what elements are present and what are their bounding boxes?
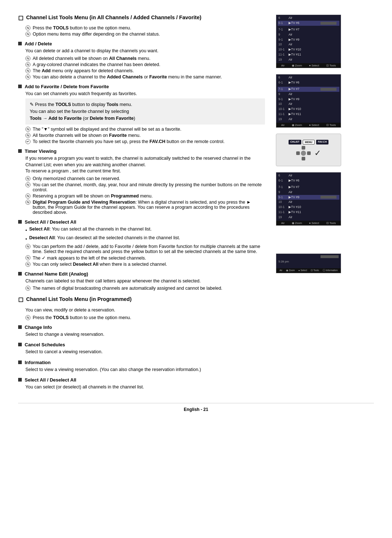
footer-zoom2: ◉ Zoom [292, 123, 302, 127]
right-column: 6Air 6-1▶TV #6 7-1▶TV #7 9Air 9-1▶TV #9 … [272, 15, 345, 392]
ch-row: 11-1▶TV #11 [278, 52, 339, 57]
ch-row: 6Air [278, 16, 339, 21]
channel-name-note1-text: The names of digital broadcasting channe… [33, 286, 222, 291]
ch-row: 9Air [278, 92, 339, 97]
section1-note1-text: Press the TOOLS button to use the option… [33, 25, 131, 30]
checkbox-icon: ☐ [18, 15, 23, 22]
square-bullet-1 [18, 42, 22, 45]
remote-dpad [296, 146, 311, 160]
cancel-schedules-heading: Cancel Schedules [18, 342, 265, 347]
add-fav-highlight: ✎ Press the TOOLS button to display Tool… [25, 98, 265, 125]
ch-row: 10Air [278, 42, 339, 47]
select-note2: N The ✓ mark appears to the left of the … [25, 255, 265, 261]
checkmark-icon: ✓ [314, 148, 321, 158]
cancel-schedules-title: Cancel Schedules [25, 342, 65, 347]
ch-footer-1: Air ◉ Zoom ● Select ⊡ Tools [276, 63, 341, 68]
ch-row: 6-1▶TV #6 [278, 21, 339, 26]
square-bullet-7 [18, 343, 22, 346]
channel-name-title: Channel Name Edit (Analog) [25, 271, 88, 277]
information-title: Information [25, 360, 51, 365]
ch-row: 10-1▶TV #10 [278, 107, 339, 112]
ch-row: 10Air [278, 200, 339, 205]
section1-note2: N Option menu items may differ depending… [25, 32, 265, 37]
note-icon-6: N [25, 74, 30, 80]
pfooter-zoom: ◉ Zoom [286, 269, 295, 272]
footer-air: Air [281, 64, 285, 67]
add-delete-note4: N You can also delete a channel to the A… [25, 74, 265, 80]
highlight-text1: Press the TOOLS button to display Tools … [30, 102, 135, 121]
section2-heading: ☐ Channel List Tools Menu (in Programmed… [18, 296, 265, 303]
square-bullet-6 [18, 325, 22, 329]
ch-footer-2: Air ◉ Zoom ● Select ⊡ Tools [276, 123, 341, 127]
channel-name-body: Channels can labeled so that their call … [25, 278, 265, 285]
menu-button: MENU [303, 140, 315, 144]
prog-footer: Air ◉ Zoom ● Select ⊡ Tools ⓘ Informatio… [276, 268, 341, 273]
ch-row: 7-1▶TV #7 [278, 87, 339, 92]
square-bullet-4 [18, 220, 22, 224]
timer-note2: N You can set the channel, month, day, y… [25, 182, 265, 192]
footer-tools3: ⊡ Tools [326, 221, 336, 225]
select-note1: N You can perform the add / delete, add … [25, 244, 265, 254]
note-icon-12: N [25, 193, 30, 199]
dpad-right [307, 151, 311, 155]
section2-title: Channel List Tools Menu (in Programmed) [26, 296, 132, 302]
remote-control: CHLIST MENU FAV.CH ✓ [276, 134, 341, 166]
note-icon-2: N [25, 32, 30, 37]
cancel-schedules-body: Select to cancel a viewing reservation. [25, 349, 265, 355]
note-icon-10: N [25, 176, 30, 181]
change-info-body: Select to change a viewing reservation. [25, 331, 265, 338]
add-fav-body: You can set channels you watch frequentl… [25, 91, 265, 97]
timer-note3-text: Reserving a program will be shown on Pro… [33, 193, 153, 199]
dpad-down [302, 157, 305, 160]
note-icon-18: N [25, 315, 30, 320]
section2-note1: N Press the TOOLS button to use the opti… [25, 315, 265, 320]
note-icon-15: N [25, 255, 30, 260]
pfooter-select: ● Select [298, 269, 307, 272]
add-fav-note3-text: To select the favorite channels you have… [33, 139, 225, 144]
footer-select2: ● Select [309, 123, 319, 127]
timer-viewing-heading: Timer Viewing [18, 148, 265, 154]
prog-row: 5:28 pm [278, 260, 339, 264]
select-note3-text: You can only select Deselect All when th… [33, 262, 167, 267]
footer-zoom3: ◉ Zoom [292, 221, 302, 225]
square-bullet-3 [18, 149, 22, 153]
programmed-list: 5:28 pm Air ◉ Zoom ● Select ⊡ Tools ⓘ In… [276, 253, 341, 273]
footer-select3: ● Select [309, 221, 319, 225]
add-delete-body: You can delete or add a channel to displ… [25, 48, 265, 54]
ch-row: 7-1▶TV #7 [278, 185, 339, 190]
ch-row: 9-1▶TV #9 [278, 97, 339, 102]
add-delete-note3-text: The Add menu only appears for deleted ch… [33, 68, 134, 73]
section2-note1-text: Press the TOOLS button to use the option… [33, 315, 131, 320]
section1-note1: N Press the TOOLS button to use the opti… [25, 25, 265, 30]
ch-row: 6-1▶TV #6 [278, 80, 339, 85]
chlist-button: CHLIST [289, 140, 301, 144]
add-delete-title: Add / Delete [25, 41, 52, 46]
information-heading: Information [18, 360, 265, 365]
channel-list-3: 6Air 6-1▶TV #6 7-1▶TV #7 9Air 9-1▶TV #9 … [276, 172, 341, 226]
timer-note1-text: Only memorized channels can be reserved. [33, 176, 120, 181]
dpad-center [301, 151, 306, 156]
ch-row: 9Air [278, 190, 339, 195]
select-note1-text: You can perform the add / delete, add to… [33, 244, 265, 254]
add-delete-note1: N All deleted channels will be shown on … [25, 56, 265, 61]
add-fav-heading: Add to Favorite / Delete from Favorite [18, 84, 265, 89]
select-all-bullet2-text: Deselect All: You can deselect all the s… [29, 235, 180, 241]
prog-time: 5:28 pm [278, 260, 289, 264]
add-delete-note3: N The Add menu only appears for deleted … [25, 68, 265, 73]
add-fav-note3: ↵ To select the favorite channels you ha… [25, 139, 265, 144]
note-icon-14: N [25, 244, 30, 249]
timer-viewing-title: Timer Viewing [25, 148, 57, 154]
add-delete-heading: Add / Delete [18, 41, 265, 46]
timer-note2-text: You can set the channel, month, day, yea… [33, 182, 265, 192]
ch-footer-3: Air ◉ Zoom ● Select ⊡ Tools [276, 221, 341, 225]
ch-list-body-2: 6Air 6-1▶TV #6 7-1▶TV #7 9Air 9-1▶TV #9 … [276, 74, 341, 123]
add-fav-note2-text: All favorite channels will be shown on F… [33, 133, 140, 138]
select-note3: N You can only select Deselect All when … [25, 262, 265, 267]
ch-row: 6-1▶TV #6 [278, 178, 339, 183]
add-fav-note1-text: The "▼" symbol will be displayed and the… [33, 127, 181, 132]
pfooter-info: ⓘ Information [323, 269, 338, 272]
left-column: ☐ Channel List Tools Menu (in All Channe… [18, 15, 265, 392]
ch-row: 9-1▶TV #9 [278, 195, 339, 200]
add-fav-note1: N The "▼" symbol will be displayed and t… [25, 127, 265, 132]
add-delete-note4-text: You can also delete a channel to the Add… [33, 74, 222, 80]
